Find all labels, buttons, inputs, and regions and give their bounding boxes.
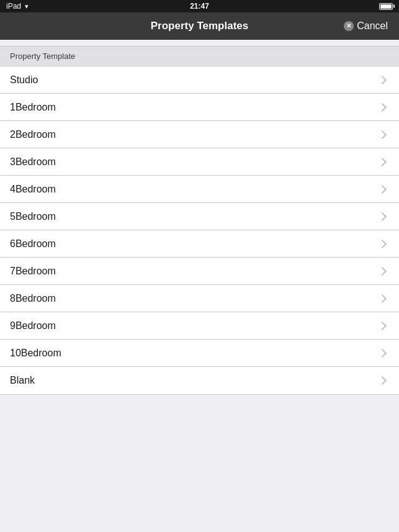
row-label: Blank [10, 375, 35, 386]
chevron-right-icon [377, 374, 389, 387]
row-label: 10Bedroom [10, 348, 61, 359]
table-row[interactable]: 2Bedroom [0, 121, 399, 148]
row-label: 3Bedroom [10, 156, 56, 168]
row-label: 1Bedroom [10, 102, 56, 113]
table-row[interactable]: 6Bedroom [0, 230, 399, 258]
table-row[interactable]: 7Bedroom [0, 258, 399, 285]
table-row[interactable]: Studio [0, 66, 399, 94]
table-row[interactable]: 10Bedroom [0, 340, 399, 367]
content-area: Property Template Studio1Bedroom2Bedroom… [0, 40, 399, 401]
chevron-right-icon [377, 128, 389, 141]
row-label: 5Bedroom [10, 211, 56, 222]
chevron-right-icon [377, 320, 389, 332]
battery-fill [380, 4, 392, 9]
chevron-right-icon [377, 238, 389, 250]
chevron-right-icon [377, 347, 389, 359]
cancel-x-icon: ✕ [344, 21, 354, 31]
row-label: 6Bedroom [10, 238, 56, 250]
status-time: 21:47 [190, 2, 209, 11]
wifi-icon: ▾ [25, 2, 29, 11]
chevron-right-icon [377, 292, 389, 305]
row-label: 4Bedroom [10, 184, 56, 195]
table-row[interactable]: 8Bedroom [0, 285, 399, 312]
row-label: 8Bedroom [10, 293, 56, 304]
row-label: 9Bedroom [10, 320, 56, 331]
chevron-right-icon [377, 156, 389, 168]
status-right [379, 3, 393, 10]
status-bar: iPad ▾ 21:47 [0, 0, 399, 12]
table-row[interactable]: 1Bedroom [0, 94, 399, 121]
cancel-label: Cancel [357, 20, 388, 32]
table-row[interactable]: Blank [0, 367, 399, 394]
chevron-right-icon [377, 265, 389, 277]
chevron-right-icon [377, 210, 389, 223]
page-title: Property Templates [151, 20, 248, 32]
battery-icon [379, 3, 393, 10]
chevron-right-icon [377, 74, 389, 86]
table-row[interactable]: 4Bedroom [0, 176, 399, 203]
row-label: 7Bedroom [10, 266, 56, 277]
device-label: iPad [6, 2, 21, 11]
cancel-button[interactable]: ✕ Cancel [339, 18, 393, 34]
nav-bar: Property Templates ✕ Cancel [0, 12, 399, 40]
property-template-table: Property Template Studio1Bedroom2Bedroom… [0, 46, 399, 395]
table-row[interactable]: 3Bedroom [0, 148, 399, 176]
table-row[interactable]: 9Bedroom [0, 312, 399, 340]
status-left: iPad ▾ [6, 2, 29, 11]
chevron-right-icon [377, 101, 389, 114]
row-label: Studio [10, 74, 38, 86]
table-row[interactable]: 5Bedroom [0, 203, 399, 230]
row-label: 2Bedroom [10, 129, 56, 140]
table-header: Property Template [0, 47, 399, 66]
chevron-right-icon [377, 183, 389, 196]
